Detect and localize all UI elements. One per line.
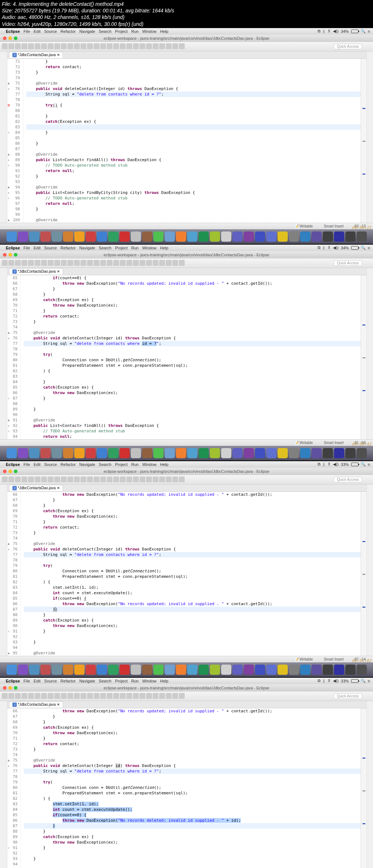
code-line[interactable]: @Override bbox=[26, 81, 361, 86]
battery-icon[interactable] bbox=[351, 463, 358, 466]
toolbar-btn-4[interactable] bbox=[28, 260, 34, 266]
dock-app-8[interactable] bbox=[97, 665, 107, 675]
toolbar-btn-2[interactable] bbox=[15, 476, 21, 482]
dock-app-25[interactable] bbox=[289, 231, 299, 242]
toolbar-btn-10[interactable] bbox=[67, 693, 73, 699]
toolbar-btn-14[interactable] bbox=[94, 260, 99, 266]
collapse-marker[interactable]: ▴ bbox=[8, 423, 9, 428]
dock-app-31[interactable] bbox=[357, 448, 367, 458]
code-editor[interactable]: 71727374▲75▴767778⊘7980818283⚠84858687▲8… bbox=[7, 59, 366, 223]
dock-app-20[interactable] bbox=[232, 231, 243, 242]
toolbar-btn-20[interactable] bbox=[133, 260, 139, 266]
toolbar-btn-3[interactable] bbox=[21, 43, 27, 49]
code-line[interactable] bbox=[24, 374, 361, 379]
toolbar-btn-6[interactable] bbox=[41, 43, 47, 49]
dock-app-3[interactable] bbox=[40, 665, 51, 675]
toolbar-btn-25[interactable] bbox=[166, 476, 172, 482]
dock-app-4[interactable] bbox=[52, 231, 62, 242]
toolbar-btn-6[interactable] bbox=[41, 476, 47, 482]
toolbar-btn-21[interactable] bbox=[140, 260, 145, 266]
code-line[interactable]: return contact; bbox=[24, 741, 361, 747]
dock-app-22[interactable] bbox=[255, 448, 265, 458]
code-line[interactable]: throw new DaoException(ex); bbox=[24, 730, 361, 736]
menu-search[interactable]: Search bbox=[99, 462, 111, 467]
code-line[interactable]: return null; bbox=[26, 201, 361, 206]
menu-project[interactable]: Project bbox=[115, 679, 127, 683]
dock-app-28[interactable] bbox=[323, 231, 333, 242]
dock-app-9[interactable] bbox=[108, 448, 118, 458]
collapse-marker[interactable]: ▴ bbox=[8, 86, 9, 92]
toolbar-btn-9[interactable] bbox=[61, 693, 67, 699]
toolbar-btn-3[interactable] bbox=[21, 476, 27, 482]
code-editor[interactable]: 65666768697071727374▲75▴7677787980818283… bbox=[7, 275, 366, 439]
maximize-icon[interactable] bbox=[14, 36, 17, 40]
dock-app-15[interactable] bbox=[176, 665, 186, 675]
menu-edit[interactable]: Edit bbox=[34, 462, 40, 467]
dock-app-27[interactable] bbox=[311, 231, 322, 242]
dock-app-7[interactable] bbox=[86, 448, 96, 458]
code-line[interactable]: } bbox=[24, 845, 361, 851]
toolbar-btn-16[interactable] bbox=[107, 693, 113, 699]
toolbar-btn-12[interactable] bbox=[81, 260, 86, 266]
toolbar-btn-6[interactable] bbox=[41, 693, 47, 699]
dock-app-16[interactable] bbox=[187, 665, 197, 675]
code-line[interactable] bbox=[26, 146, 361, 152]
code-line[interactable] bbox=[26, 135, 361, 141]
overview-ruler[interactable] bbox=[361, 492, 366, 656]
toolbar-btn-13[interactable] bbox=[87, 260, 93, 266]
code-line[interactable]: } bbox=[24, 379, 361, 385]
toolbar-btn-23[interactable] bbox=[153, 260, 158, 266]
menu-file[interactable]: File bbox=[24, 29, 30, 34]
code-line[interactable]: int count = stmt.executeUpdate(); bbox=[24, 590, 361, 596]
menu-search[interactable]: Search bbox=[99, 29, 111, 34]
dock-app-10[interactable] bbox=[119, 448, 130, 458]
menu-search[interactable]: Search bbox=[99, 246, 111, 250]
code-line[interactable]: String sql = "delete from contacts where… bbox=[24, 768, 361, 774]
overview-ruler[interactable] bbox=[361, 708, 366, 868]
dock-app-14[interactable] bbox=[165, 665, 175, 675]
code-line[interactable] bbox=[24, 346, 361, 352]
toolbar-btn-26[interactable] bbox=[172, 43, 178, 49]
code-line[interactable]: throw new DaoException(ex); bbox=[24, 840, 361, 845]
code-line[interactable]: } bbox=[24, 747, 361, 752]
tab-close-icon[interactable]: ✕ bbox=[57, 486, 60, 490]
dock-app-9[interactable] bbox=[108, 231, 118, 242]
toolbar-btn-8[interactable] bbox=[54, 260, 60, 266]
toolbar-btn-19[interactable] bbox=[126, 43, 132, 49]
dock-app-19[interactable] bbox=[221, 665, 231, 675]
code-line[interactable]: public List<Contact> findAll() throws Da… bbox=[26, 157, 361, 163]
code-line[interactable]: catch(Exception ex) { bbox=[24, 725, 361, 730]
toolbar-btn-15[interactable] bbox=[100, 476, 106, 482]
wifi-icon[interactable]: ⥣ bbox=[327, 29, 331, 34]
quick-access-input[interactable]: Quick Access bbox=[334, 260, 362, 266]
toolbar-btn-2[interactable] bbox=[15, 693, 21, 699]
app-name[interactable]: Eclipse bbox=[6, 246, 20, 250]
dock-app-5[interactable] bbox=[63, 448, 73, 458]
dock-app-11[interactable] bbox=[131, 448, 141, 458]
dock-app-31[interactable] bbox=[357, 665, 367, 675]
menu-project[interactable]: Project bbox=[115, 246, 127, 250]
code-line[interactable] bbox=[24, 851, 361, 856]
toolbar-btn-23[interactable] bbox=[153, 43, 158, 49]
menu-run[interactable]: Run bbox=[131, 679, 138, 683]
code-line[interactable]: public void deleteContact(Integer id) th… bbox=[24, 546, 361, 552]
menu-search[interactable]: Search bbox=[99, 679, 111, 683]
code-line[interactable] bbox=[26, 75, 361, 81]
code-line[interactable]: throw new DaoException(ex); bbox=[24, 514, 361, 519]
menu-source[interactable]: Source bbox=[44, 246, 57, 250]
toolbar-btn-5[interactable] bbox=[35, 43, 40, 49]
toolbar-btn-4[interactable] bbox=[28, 43, 34, 49]
dock-app-13[interactable] bbox=[153, 448, 164, 458]
code-line[interactable] bbox=[24, 774, 361, 779]
toolbar-btn-10[interactable] bbox=[67, 476, 73, 482]
toolbar-btn-11[interactable] bbox=[74, 43, 80, 49]
dock-app-27[interactable] bbox=[311, 665, 322, 675]
dock-app-30[interactable] bbox=[345, 665, 356, 675]
dock-app-15[interactable] bbox=[176, 448, 186, 458]
code-line[interactable]: throw new DaoException("No records updat… bbox=[24, 601, 361, 607]
bluetooth-icon[interactable]: ⧉ bbox=[318, 29, 321, 34]
dock-app-16[interactable] bbox=[187, 231, 197, 242]
code-line[interactable]: public void deleteContact(Integer id) th… bbox=[24, 335, 361, 341]
code-line[interactable] bbox=[24, 634, 361, 639]
battery-icon[interactable] bbox=[351, 30, 358, 33]
